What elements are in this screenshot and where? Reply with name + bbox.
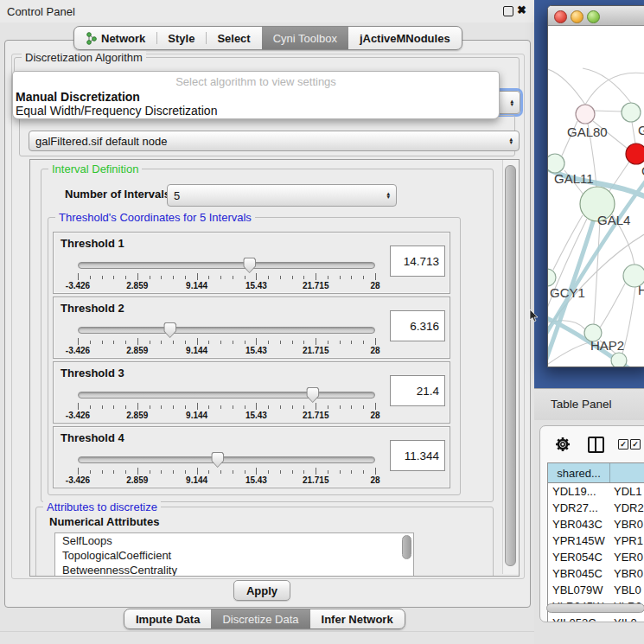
tab-select[interactable]: Select bbox=[206, 27, 261, 49]
table-horizontal-scrollbar[interactable] bbox=[546, 603, 644, 613]
tab-infer-network[interactable]: Infer Network bbox=[310, 609, 405, 628]
cell-shared-name[interactable]: YDR27... bbox=[548, 500, 609, 516]
table-data-group: Table Data galFiltered.sif default node … bbox=[19, 115, 515, 156]
numerical-attributes-list[interactable]: SelfLoopsTopologicalCoefficientBetweenne… bbox=[54, 532, 414, 577]
attribute-list-item[interactable]: BetweennessCentrality bbox=[55, 563, 413, 577]
combo-arrows-icon: ▴▾ bbox=[505, 99, 513, 106]
split-column-icon[interactable] bbox=[588, 437, 604, 453]
tab-discretize-data[interactable]: Discretize Data bbox=[211, 609, 309, 628]
threshold-slider[interactable] bbox=[78, 391, 375, 399]
tab-style[interactable]: Style bbox=[156, 27, 206, 49]
tab-cyni-toolbox[interactable]: Cyni Toolbox bbox=[262, 27, 348, 49]
cell-shared-name[interactable]: YDL19... bbox=[548, 483, 609, 500]
threshold-value-field[interactable]: 11.344 bbox=[390, 440, 445, 471]
cell-name[interactable]: YDR2 bbox=[609, 500, 644, 516]
tick-mark bbox=[78, 273, 79, 280]
tick-label: 15.43 bbox=[245, 281, 267, 290]
threshold-value-field[interactable]: 21.4 bbox=[390, 375, 445, 406]
tick-label: -3.426 bbox=[66, 475, 90, 485]
threshold-slider[interactable] bbox=[78, 456, 375, 464]
table-row[interactable]: YPR145WYPR1 bbox=[548, 532, 644, 549]
cell-shared-name[interactable]: YPR145W bbox=[548, 532, 609, 549]
tab-jactivemnodules[interactable]: jActiveMNodules bbox=[348, 27, 462, 49]
tick-mark bbox=[340, 276, 341, 279]
cell-name[interactable]: YPR1 bbox=[609, 532, 644, 549]
tick-label: -3.426 bbox=[66, 346, 90, 355]
number-of-intervals-combobox[interactable]: 5 ▴▾ bbox=[167, 184, 397, 207]
tick-mark bbox=[268, 405, 269, 409]
slider-track[interactable] bbox=[78, 392, 375, 399]
close-traffic-light[interactable] bbox=[554, 10, 567, 23]
tick-mark bbox=[363, 470, 364, 474]
tick-mark bbox=[292, 276, 293, 279]
cell-shared-name[interactable]: YBR045C bbox=[548, 565, 609, 582]
network-window-titlebar[interactable] bbox=[548, 6, 644, 26]
tick-label: 15.43 bbox=[245, 475, 267, 485]
table-row[interactable]: YDL19...YDL1 bbox=[548, 483, 644, 500]
slider-thumb-icon[interactable] bbox=[163, 322, 176, 338]
algorithm-option[interactable]: Equal Width/Frequency Discretization bbox=[16, 104, 496, 117]
cell-shared-name[interactable]: YER054C bbox=[548, 549, 609, 565]
tick-mark bbox=[245, 470, 245, 474]
cell-name[interactable]: YBR0 bbox=[609, 516, 644, 532]
threshold-value-field[interactable]: 6.316 bbox=[390, 310, 445, 341]
table-data-combobox[interactable]: galFiltered.sif default node ▴▾ bbox=[29, 131, 520, 151]
settings-scrollbar-thumb[interactable] bbox=[505, 165, 516, 566]
cell-shared-name[interactable]: YBL079W bbox=[548, 582, 609, 598]
slider-track[interactable] bbox=[78, 327, 375, 334]
algorithm-option[interactable]: Manual Discretization bbox=[16, 90, 496, 103]
attribute-list-item[interactable]: TopologicalCoefficient bbox=[55, 548, 413, 563]
tick-label: 28 bbox=[370, 475, 379, 485]
cell-name[interactable]: YBR0 bbox=[609, 565, 644, 582]
tick-mark bbox=[197, 273, 198, 280]
float-panel-icon[interactable] bbox=[503, 6, 513, 16]
slider-thumb-icon[interactable] bbox=[243, 258, 256, 273]
attributes-list-scrollbar[interactable] bbox=[402, 535, 411, 559]
tick-mark bbox=[78, 338, 79, 345]
checkbox-icon[interactable]: ✓ bbox=[630, 439, 641, 450]
close-icon[interactable]: ✖ bbox=[517, 3, 526, 16]
tick-mark bbox=[245, 341, 245, 344]
column-header-shared[interactable]: shared... bbox=[548, 463, 610, 482]
network-canvas[interactable]: GAL80 GAL11 GAL4 GCY1 HAP2 G. C H bbox=[548, 25, 644, 367]
tick-mark bbox=[197, 403, 198, 410]
table-row[interactable]: YIL052CYIL0 bbox=[548, 615, 644, 622]
table-row[interactable]: YBL079WYBL0 bbox=[548, 582, 644, 598]
threshold-slider[interactable] bbox=[78, 326, 375, 335]
tab-impute-data[interactable]: Impute Data bbox=[124, 609, 211, 628]
cell-name[interactable]: YIL0 bbox=[609, 615, 644, 622]
threshold-slider[interactable] bbox=[78, 261, 375, 270]
table-row[interactable]: YER054CYER0 bbox=[548, 549, 644, 565]
slider-track[interactable] bbox=[78, 456, 375, 463]
apply-button[interactable]: Apply bbox=[233, 580, 290, 601]
settings-vertical-scrollbar[interactable] bbox=[502, 160, 519, 574]
zoom-traffic-light[interactable] bbox=[587, 10, 600, 23]
table-row[interactable]: YBR043CYBR0 bbox=[548, 516, 644, 532]
tick-mark bbox=[256, 338, 257, 345]
minimize-traffic-light[interactable] bbox=[571, 10, 583, 23]
threshold-row: Threshold 1 -3.4262.8599.14415.4321.7152… bbox=[53, 232, 450, 294]
checkbox-icon[interactable]: ✓ bbox=[618, 439, 628, 450]
cell-name[interactable]: YER0 bbox=[609, 549, 644, 565]
slider-thumb-icon[interactable] bbox=[306, 387, 319, 403]
tick-label: -3.426 bbox=[66, 281, 90, 290]
tick-mark bbox=[185, 276, 186, 279]
slider-track[interactable] bbox=[78, 262, 375, 269]
attribute-list-item[interactable]: SelfLoops bbox=[55, 533, 413, 548]
tick-mark bbox=[256, 273, 257, 280]
table-row[interactable]: YBR045CYBR0 bbox=[548, 565, 644, 582]
tab-label: Discretize Data bbox=[222, 613, 298, 626]
cell-shared-name[interactable]: YIL052C bbox=[548, 615, 609, 622]
tick-mark bbox=[316, 468, 316, 475]
mouse-cursor bbox=[529, 309, 539, 323]
table-browser-card: ✓ ✓ shared... n YDL19...YDL1YDR27...YDR2… bbox=[539, 425, 644, 622]
table-row[interactable]: YDR27...YDR2 bbox=[548, 500, 644, 516]
slider-thumb-icon[interactable] bbox=[211, 452, 224, 468]
threshold-value-field[interactable]: 14.713 bbox=[390, 245, 445, 277]
gear-icon[interactable] bbox=[554, 436, 571, 453]
cell-name[interactable]: YBL0 bbox=[609, 582, 644, 598]
column-header-name[interactable]: n bbox=[610, 463, 644, 482]
cell-name[interactable]: YDL1 bbox=[609, 483, 644, 500]
tab-network[interactable]: Network bbox=[74, 27, 156, 49]
cell-shared-name[interactable]: YBR043C bbox=[548, 516, 609, 532]
